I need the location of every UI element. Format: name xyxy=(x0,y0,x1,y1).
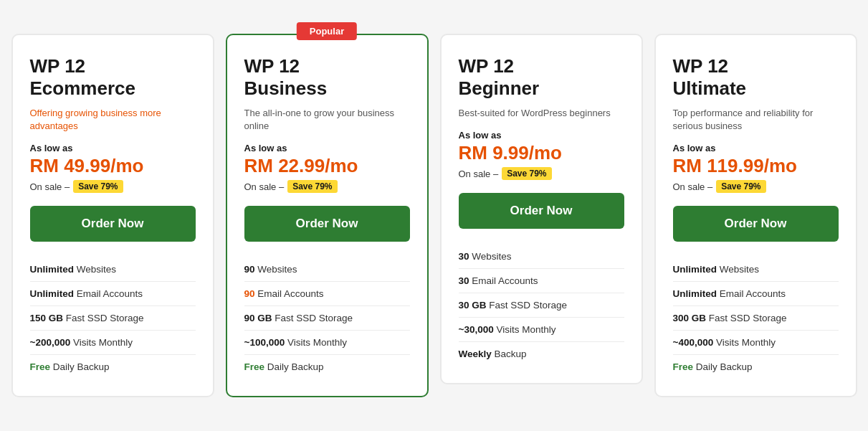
feature-bold: Free xyxy=(673,361,694,372)
feature-rest: Fast SSD Storage xyxy=(706,313,787,323)
feature-rest: Fast SSD Storage xyxy=(272,313,353,323)
plan-card-business: PopularWP 12BusinessThe all-in-one to gr… xyxy=(226,34,429,398)
feature-item: 90 Email Accounts xyxy=(244,282,410,306)
feature-rest: Fast SSD Storage xyxy=(487,300,568,311)
feature-rest: Email Accounts xyxy=(717,288,786,299)
order-button[interactable]: Order Now xyxy=(244,206,410,242)
feature-rest: Websites xyxy=(469,251,512,262)
feature-item: 30 Email Accounts xyxy=(459,269,624,293)
feature-item: 90 GB Fast SSD Storage xyxy=(244,306,410,331)
feature-item: Free Daily Backup xyxy=(30,355,196,379)
feature-rest: Websites xyxy=(717,264,759,275)
feature-bold: ~30,000 xyxy=(459,324,494,335)
features-list: Unlimited Websites Unlimited Email Accou… xyxy=(673,257,839,379)
feature-rest: Backup xyxy=(492,349,527,359)
plan-subtitle: Best-suited for WordPress beginners xyxy=(459,107,624,120)
feature-item: Unlimited Websites xyxy=(30,257,196,282)
feature-item: 30 GB Fast SSD Storage xyxy=(459,293,624,318)
sale-line: On sale – Save 79% xyxy=(244,180,410,193)
sale-line: On sale – Save 79% xyxy=(30,180,196,193)
feature-rest: Visits Monthly xyxy=(285,337,347,348)
features-list: Unlimited Websites Unlimited Email Accou… xyxy=(30,257,196,379)
plan-subtitle: The all-in-one to grow your business onl… xyxy=(244,107,410,133)
feature-bold: 90 xyxy=(244,264,255,275)
plan-title: WP 12Business xyxy=(244,55,410,100)
feature-bold: 30 xyxy=(459,275,469,286)
price-label: As low as xyxy=(30,143,196,153)
feature-item: ~30,000 Visits Monthly xyxy=(459,318,624,342)
feature-bold: Unlimited xyxy=(30,264,75,275)
price-label: As low as xyxy=(244,143,410,153)
feature-rest: Websites xyxy=(74,264,116,275)
save-badge: Save 79% xyxy=(502,167,551,180)
feature-bold: Free xyxy=(30,361,51,372)
order-button[interactable]: Order Now xyxy=(459,193,624,229)
plan-card-ultimate: WP 12UltimateTop performance and reliabi… xyxy=(654,34,857,398)
feature-rest: Daily Backup xyxy=(264,361,324,372)
sale-line: On sale – Save 79% xyxy=(673,180,839,193)
feature-bold: Unlimited xyxy=(673,288,717,299)
feature-rest: Daily Backup xyxy=(693,361,753,372)
price: RM 119.99/mo xyxy=(673,155,839,177)
plan-card-beginner: WP 12BeginnerBest-suited for WordPress b… xyxy=(440,34,643,385)
feature-item: ~200,000 Visits Monthly xyxy=(30,331,196,355)
feature-bold: 90 xyxy=(244,288,255,299)
feature-bold: Unlimited xyxy=(673,264,717,275)
price: RM 22.99/mo xyxy=(244,155,410,177)
feature-item: 30 Websites xyxy=(459,245,624,269)
feature-item: Weekly Backup xyxy=(459,342,624,366)
feature-rest: Email Accounts xyxy=(255,288,324,299)
feature-bold: 90 GB xyxy=(244,313,272,323)
features-list: 30 Websites 30 Email Accounts 30 GB Fast… xyxy=(459,245,624,366)
feature-bold: ~100,000 xyxy=(244,337,285,348)
feature-bold: Free xyxy=(244,361,265,372)
sale-line: On sale – Save 79% xyxy=(459,167,624,180)
plan-title: WP 12Ecommerce xyxy=(30,55,196,100)
feature-bold: Weekly xyxy=(459,349,492,359)
feature-bold: ~200,000 xyxy=(30,337,71,348)
feature-item: 150 GB Fast SSD Storage xyxy=(30,306,196,331)
plan-card-ecommerce: WP 12EcommerceOffering growing business … xyxy=(11,34,214,398)
save-badge: Save 79% xyxy=(716,180,766,193)
feature-rest: Email Accounts xyxy=(74,288,143,299)
feature-rest: Daily Backup xyxy=(50,361,110,372)
feature-rest: Fast SSD Storage xyxy=(63,313,144,323)
plan-title: WP 12Beginner xyxy=(459,55,624,100)
feature-bold: 150 GB xyxy=(30,313,64,323)
feature-item: 90 Websites xyxy=(244,257,410,282)
order-button[interactable]: Order Now xyxy=(30,206,196,242)
plan-title: WP 12Ultimate xyxy=(673,55,839,100)
feature-bold: 30 xyxy=(459,251,469,262)
order-button[interactable]: Order Now xyxy=(673,206,839,242)
feature-item: Unlimited Email Accounts xyxy=(673,282,839,306)
feature-item: ~100,000 Visits Monthly xyxy=(244,331,410,355)
feature-bold: Unlimited xyxy=(30,288,75,299)
features-list: 90 Websites 90 Email Accounts 90 GB Fast… xyxy=(244,257,410,379)
sale-text: On sale – xyxy=(30,181,70,192)
save-badge: Save 79% xyxy=(73,180,123,193)
feature-rest: Email Accounts xyxy=(469,275,538,286)
plan-subtitle: Offering growing business more advantage… xyxy=(30,107,196,133)
feature-rest: Visits Monthly xyxy=(70,337,133,348)
feature-rest: Visits Monthly xyxy=(494,324,556,335)
price-label: As low as xyxy=(673,143,839,153)
feature-item: 300 GB Fast SSD Storage xyxy=(673,306,839,331)
price-label: As low as xyxy=(459,130,624,141)
sale-text: On sale – xyxy=(673,181,713,192)
feature-item: Unlimited Email Accounts xyxy=(30,282,196,306)
feature-rest: Websites xyxy=(255,264,297,275)
feature-item: Free Daily Backup xyxy=(244,355,410,379)
feature-rest: Visits Monthly xyxy=(713,337,776,348)
feature-bold: 30 GB xyxy=(459,300,487,311)
save-badge: Save 79% xyxy=(287,180,337,193)
sale-text: On sale – xyxy=(459,169,499,179)
popular-badge: Popular xyxy=(297,22,357,40)
price: RM 49.99/mo xyxy=(30,155,196,177)
feature-item: ~400,000 Visits Monthly xyxy=(673,331,839,355)
feature-bold: ~400,000 xyxy=(673,337,714,348)
plan-subtitle: Top performance and reliability for seri… xyxy=(673,107,839,133)
plans-container: WP 12EcommerceOffering growing business … xyxy=(11,34,857,398)
feature-bold: 300 GB xyxy=(673,313,707,323)
price: RM 9.99/mo xyxy=(459,142,624,164)
feature-item: Unlimited Websites xyxy=(673,257,839,282)
